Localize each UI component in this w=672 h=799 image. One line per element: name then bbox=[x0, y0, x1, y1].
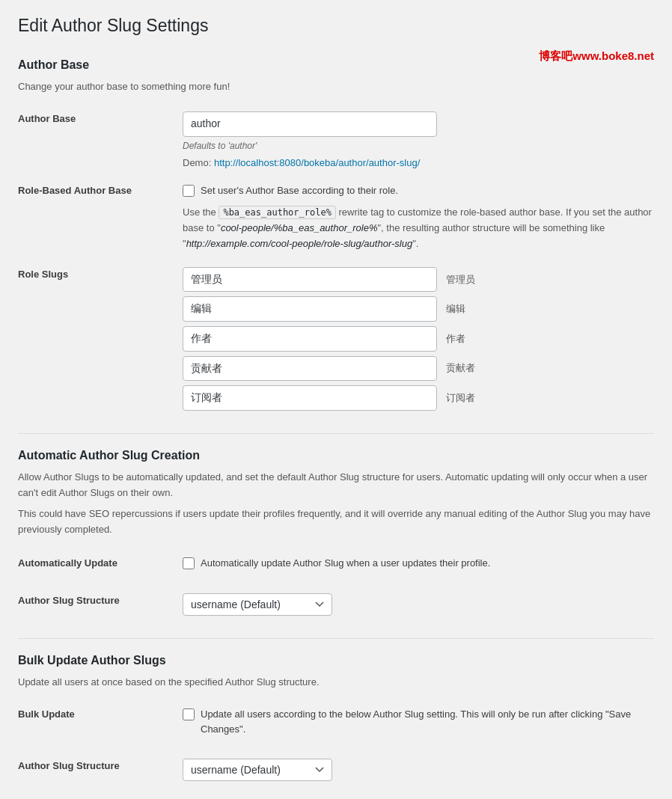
bulk-update-description: Update all users at once based on the sp… bbox=[18, 675, 654, 690]
role-slug-row: 订阅者 bbox=[183, 385, 654, 411]
role-slug-row: 贡献者 bbox=[183, 356, 654, 382]
role-slug-row: 作者 bbox=[183, 326, 654, 352]
role-slugs-container: 管理员编辑作者贡献者订阅者 bbox=[183, 267, 654, 411]
author-base-section-title: Author Base bbox=[18, 58, 89, 72]
auto-slug-desc2: This could have SEO repercussions if use… bbox=[18, 506, 654, 538]
role-slug-label: 编辑 bbox=[446, 302, 491, 316]
role-slug-input[interactable] bbox=[183, 385, 437, 411]
role-slug-input[interactable] bbox=[183, 267, 437, 293]
author-base-label: Author Base bbox=[18, 104, 183, 176]
author-base-demo-link[interactable]: http://localhost:8080/bokeba/author/auth… bbox=[214, 157, 420, 168]
auto-update-checkbox-label: Automatically update Author Slug when a … bbox=[201, 556, 490, 571]
bulk-update-checkbox[interactable] bbox=[183, 708, 195, 720]
bulk-update-checkbox-label: Update all users according to the below … bbox=[201, 707, 654, 736]
role-slug-label: 作者 bbox=[446, 332, 491, 346]
bulk-update-section-title: Bulk Update Author Slugs bbox=[18, 654, 654, 667]
auto-update-label: Automatically Update bbox=[18, 548, 183, 586]
role-slug-label: 订阅者 bbox=[446, 391, 491, 405]
role-based-info: Use the %ba_eas_author_role% rewrite tag… bbox=[183, 205, 654, 251]
divider-1 bbox=[18, 433, 654, 434]
divider-2 bbox=[18, 638, 654, 639]
page-title: Edit Author Slug Settings bbox=[18, 15, 654, 37]
bulk-update-label: Bulk Update bbox=[18, 699, 183, 751]
author-base-input[interactable] bbox=[183, 111, 437, 137]
auto-slug-section-title: Automatic Author Slug Creation bbox=[18, 449, 654, 462]
role-based-label: Role-Based Author Base bbox=[18, 176, 183, 260]
role-based-checkbox-label: Set user's Author Base according to thei… bbox=[201, 183, 398, 198]
auto-slug-structure-wrapper: username (Default)firstname_lastnamelast… bbox=[183, 593, 332, 616]
auto-slug-structure-select[interactable]: username (Default)firstname_lastnamelast… bbox=[183, 593, 332, 616]
auto-slug-desc1: Allow Author Slugs to be automatically u… bbox=[18, 470, 654, 501]
auto-slug-structure-label: Author Slug Structure bbox=[18, 586, 183, 623]
role-slug-label: 贡献者 bbox=[446, 361, 491, 375]
role-rewrite-tag: %ba_eas_author_role% bbox=[219, 206, 336, 219]
auto-update-checkbox[interactable] bbox=[183, 557, 195, 569]
role-slugs-label: Role Slugs bbox=[18, 260, 183, 418]
author-base-defaults: Defaults to 'author' bbox=[183, 141, 654, 151]
role-path-example: cool-people/%ba_eas_author_role% bbox=[221, 222, 378, 233]
role-slug-row: 编辑 bbox=[183, 296, 654, 322]
role-slug-row: 管理员 bbox=[183, 267, 654, 293]
bulk-slug-structure-select[interactable]: username (Default)firstname_lastnamelast… bbox=[183, 759, 332, 781]
author-base-description: Change your author base to something mor… bbox=[18, 79, 654, 94]
role-url-example: http://example.com/cool-people/role-slug… bbox=[186, 238, 413, 249]
author-base-demo: Demo: http://localhost:8080/bokeba/autho… bbox=[183, 157, 654, 168]
role-based-checkbox[interactable] bbox=[183, 185, 195, 197]
watermark: 博客吧www.boke8.net bbox=[539, 49, 654, 64]
role-slug-input[interactable] bbox=[183, 356, 437, 382]
bulk-slug-structure-label: Author Slug Structure bbox=[18, 751, 183, 789]
role-slug-input[interactable] bbox=[183, 326, 437, 352]
role-slug-input[interactable] bbox=[183, 296, 437, 322]
bulk-slug-structure-wrapper: username (Default)firstname_lastnamelast… bbox=[183, 759, 332, 781]
role-slug-label: 管理员 bbox=[446, 273, 491, 287]
